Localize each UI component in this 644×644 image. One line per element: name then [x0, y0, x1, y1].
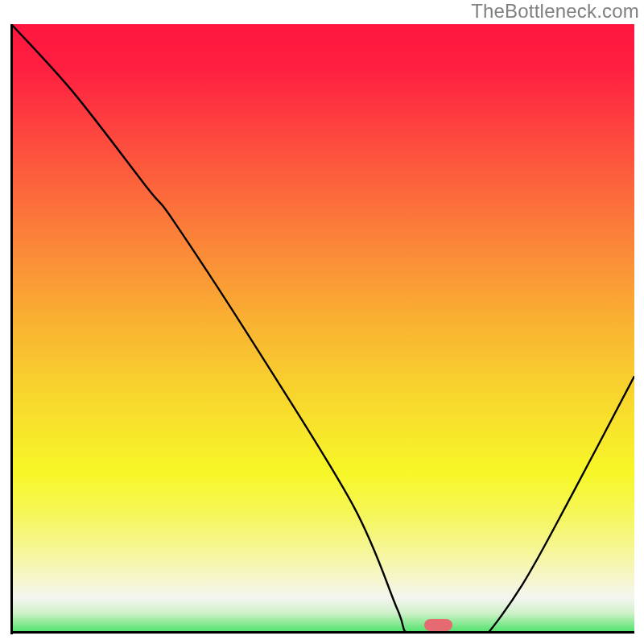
x-axis-line: [11, 631, 634, 634]
y-axis-line: [10, 24, 13, 634]
plot-area: [11, 24, 634, 633]
chart-stage: TheBottleneck.com: [0, 0, 644, 644]
bottleneck-marker: [424, 619, 452, 631]
watermark-text: TheBottleneck.com: [471, 0, 639, 23]
bottleneck-curve: [11, 24, 634, 633]
